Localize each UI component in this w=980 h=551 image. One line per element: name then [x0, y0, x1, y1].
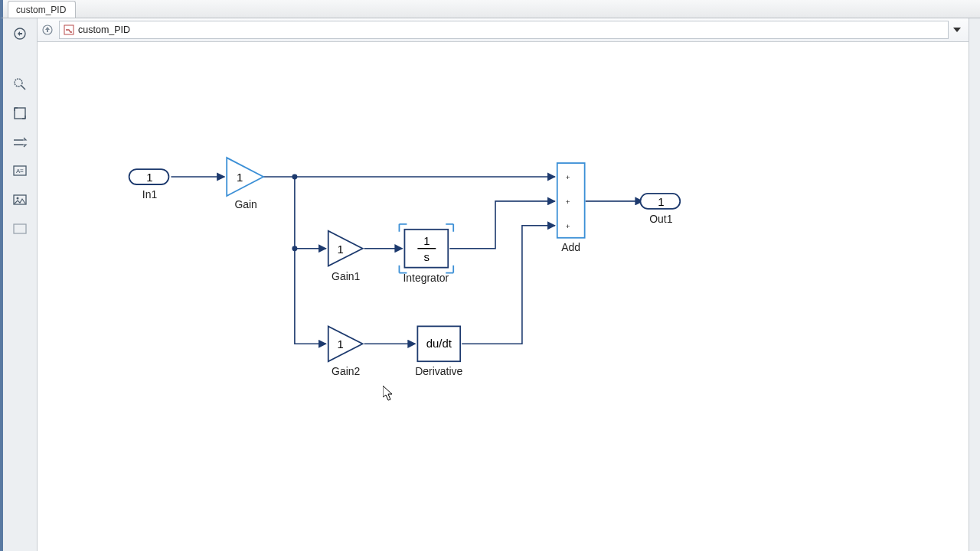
- gain1-label: Gain1: [332, 270, 360, 282]
- workspace: A≡: [0, 18, 980, 551]
- breadcrumb-text: custom_PID: [78, 24, 130, 35]
- block-add[interactable]: + + + Add: [557, 163, 585, 253]
- derivative-expr: du/dt: [426, 337, 452, 350]
- svg-rect-17: [557, 163, 585, 238]
- block-derivative[interactable]: du/dt Derivative: [415, 326, 462, 377]
- block-out1[interactable]: 1 Out1: [640, 194, 680, 225]
- derivative-label: Derivative: [415, 365, 462, 377]
- out1-value: 1: [658, 195, 664, 208]
- tab-strip: custom_PID: [0, 0, 980, 18]
- box-icon: [13, 223, 27, 236]
- gain-value: 1: [237, 171, 243, 184]
- gain-label: Gain: [234, 198, 256, 210]
- svg-marker-11: [227, 158, 263, 196]
- text-box-icon: A≡: [13, 165, 27, 178]
- tab-label: custom_PID: [16, 5, 66, 15]
- integrator-num: 1: [423, 234, 430, 247]
- arrows-icon: [12, 137, 28, 148]
- block-gain2[interactable]: 1 Gain2: [328, 326, 363, 377]
- blank-box-button[interactable]: [9, 219, 31, 240]
- add-in1: +: [566, 197, 570, 206]
- main-area: custom_PID: [38, 18, 969, 551]
- gain2-value: 1: [338, 337, 344, 350]
- add-label: Add: [561, 241, 580, 253]
- fit-button[interactable]: [9, 103, 31, 124]
- breadcrumb-bar: custom_PID: [38, 18, 969, 42]
- gain1-value: 1: [338, 243, 344, 256]
- svg-point-1: [15, 79, 22, 86]
- breadcrumb-up-button[interactable]: [41, 23, 54, 37]
- block-gain[interactable]: 1 Gain: [227, 158, 263, 210]
- fit-icon: [13, 106, 27, 120]
- svg-marker-13: [328, 326, 363, 361]
- scrollbar-gutter[interactable]: [969, 18, 980, 551]
- gain2-label: Gain2: [332, 365, 360, 377]
- annotation-button[interactable]: A≡: [9, 161, 31, 182]
- svg-marker-12: [328, 231, 363, 266]
- model-icon: [63, 24, 75, 36]
- svg-point-7: [17, 197, 19, 200]
- breadcrumb-path[interactable]: custom_PID: [59, 21, 949, 39]
- up-arrow-icon: [42, 24, 53, 35]
- block-integrator[interactable]: 1 s Integrator: [399, 224, 453, 284]
- integrator-den: s: [424, 250, 430, 263]
- circle-arrow-icon: [13, 27, 27, 41]
- in1-label: In1: [142, 188, 158, 201]
- svg-line-2: [21, 86, 25, 90]
- integrator-label: Integrator: [403, 272, 449, 284]
- svg-rect-3: [15, 108, 25, 119]
- model-canvas[interactable]: 1 In1 1 Gain 1 Gain1 1: [38, 42, 969, 551]
- side-toolbar: A≡: [0, 18, 38, 551]
- breadcrumb-dropdown[interactable]: [950, 22, 964, 37]
- svg-rect-8: [14, 224, 26, 233]
- image-button[interactable]: [9, 190, 31, 211]
- add-in2: +: [566, 222, 570, 230]
- add-in0: +: [566, 173, 570, 181]
- block-in1[interactable]: 1 In1: [129, 169, 169, 201]
- out1-label: Out1: [649, 213, 672, 225]
- explorer-toggle-button[interactable]: [9, 23, 31, 44]
- signals-button[interactable]: [9, 132, 31, 153]
- tab-model[interactable]: custom_PID: [8, 1, 76, 18]
- zoom-button[interactable]: [9, 73, 31, 95]
- image-icon: [13, 194, 27, 207]
- block-gain1[interactable]: 1 Gain1: [328, 231, 363, 282]
- svg-text:A≡: A≡: [16, 168, 24, 174]
- magnifier-icon: [12, 77, 28, 92]
- in1-value: 1: [146, 171, 152, 184]
- chevron-down-icon: [953, 28, 961, 32]
